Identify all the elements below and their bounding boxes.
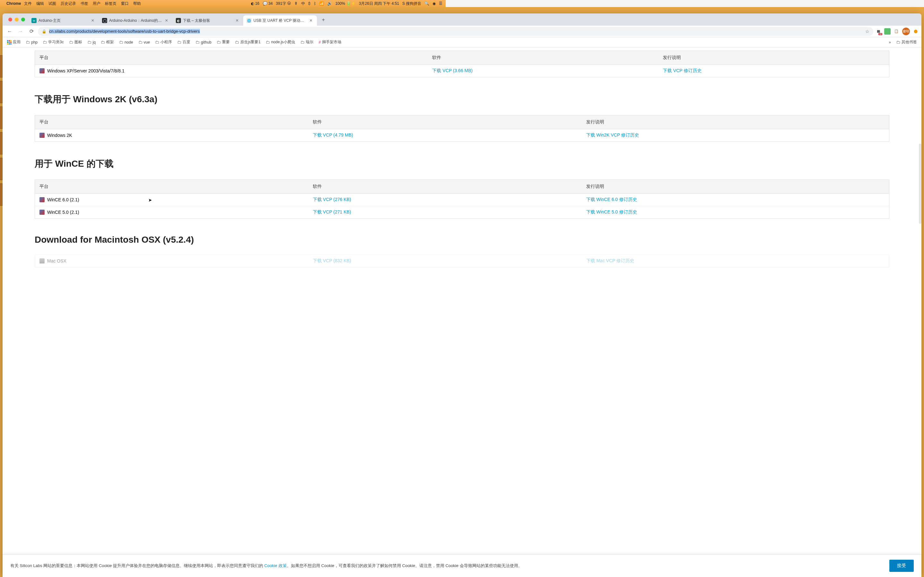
menu-view[interactable]: 试图: [48, 1, 56, 6]
bookmark-folder[interactable]: 🗀学习类3c: [41, 38, 66, 46]
close-tab-icon[interactable]: ✕: [165, 18, 170, 23]
notifications-icon[interactable]: ☰: [439, 1, 443, 6]
minimize-window-button[interactable]: [15, 18, 19, 21]
tab-taiji[interactable]: ◐ 下载 – 太极创客 ✕: [173, 15, 243, 26]
chrome-window: ∞ Arduino-主页 ✕ ◯ Arduino-Arduino：Arduino…: [3, 13, 446, 278]
apps-button[interactable]: 应用: [5, 38, 23, 46]
bookmarks-bar: 应用 🗀php 🗀学习类3c 🗀图标 🗀jq 🗀框架 🗀node 🗀vue 🗀小…: [3, 37, 446, 47]
forward-button[interactable]: →: [16, 27, 25, 36]
wechat-icon[interactable]: 💬 34: [263, 1, 273, 6]
download-table-1: 平台 软件 发行说明 Windows XP/Server 2003/Vista/…: [35, 51, 446, 77]
date-time[interactable]: 3月26日 周四 下午 4:51: [359, 1, 399, 6]
bookmark-folder[interactable]: 🗀小程序: [153, 38, 174, 46]
mic-icon[interactable]: 🎙: [294, 1, 298, 6]
bookmark-folder[interactable]: 🗀github: [194, 39, 213, 46]
col-software: 软件: [309, 115, 446, 129]
browser-toolbar: ← → ⟳ 🔒 cn.silabs.com/products/developme…: [3, 26, 446, 37]
menu-history[interactable]: 历史记录: [61, 1, 76, 6]
col-software: 软件: [428, 51, 446, 65]
lock-icon[interactable]: 🔒: [42, 29, 47, 34]
folder-icon: 🗀: [216, 40, 221, 45]
section-title-win2k: 下载用于 Windows 2K (v6.3a): [35, 93, 446, 105]
close-tab-icon[interactable]: ✕: [309, 18, 314, 23]
status-icon1[interactable]: ◐ 16: [251, 1, 259, 6]
bookmark-scaffold[interactable]: #脚手架市场: [317, 38, 343, 46]
folder-icon: 🗀: [138, 40, 142, 45]
back-button[interactable]: ←: [5, 27, 14, 36]
menu-bookmarks[interactable]: 书签: [81, 1, 88, 6]
github-favicon: ◯: [102, 18, 107, 23]
table-row: WinCE 6.0 (2.1) 下载 VCP (276 KB) 下载 WinCE…: [35, 193, 446, 206]
close-tab-icon[interactable]: ✕: [91, 18, 95, 23]
col-software: 软件: [309, 180, 446, 193]
bookmark-folder[interactable]: 🗀原生js重要1: [233, 38, 262, 46]
section-title-osx: Download for Macintosh OSX (v5.2.4): [35, 235, 446, 245]
arduino-favicon: ∞: [31, 18, 37, 23]
folder-icon: 🗀: [195, 40, 200, 45]
menu-edit[interactable]: 编辑: [36, 1, 44, 6]
download-link[interactable]: 下载 VCP (4.79 MB): [313, 132, 353, 137]
download-link[interactable]: 下载 VCP (832 KB): [313, 258, 351, 263]
folder-icon: 🗀: [155, 40, 159, 45]
app-name[interactable]: Chrome: [6, 1, 21, 6]
silabs-favicon: 🌐: [246, 18, 252, 23]
tab-arduino-esp[interactable]: ◯ Arduino-Arduino：Arduino的ESP ✕: [99, 15, 173, 26]
table-row: Windows XP/Server 2003/Vista/7/8/8.1 下载 …: [35, 65, 446, 77]
battery-status[interactable]: 100% 🔋⚡: [335, 1, 356, 6]
folder-icon: 🗀: [300, 40, 304, 45]
bookmark-folder[interactable]: 🗀node.js小爬虫: [264, 38, 297, 46]
bookmark-folder[interactable]: 🗀重要: [215, 38, 232, 46]
col-platform: 平台: [35, 115, 309, 129]
col-platform: 平台: [35, 180, 309, 193]
menu-file[interactable]: 文件: [24, 1, 32, 6]
bookmark-folder[interactable]: 🗀百度: [175, 38, 192, 46]
download-link[interactable]: 下载 VCP (276 KB): [313, 197, 351, 202]
menu-user[interactable]: 用户: [93, 1, 100, 6]
reload-button[interactable]: ⟳: [27, 27, 36, 36]
folder-icon: 🗀: [177, 40, 181, 45]
siri-icon[interactable]: ◉: [433, 1, 436, 6]
page-content[interactable]: 平台 软件 发行说明 Windows XP/Server 2003/Vista/…: [3, 47, 446, 278]
bookmark-folder[interactable]: 🗀瑞尔: [298, 38, 315, 46]
bookmark-folder[interactable]: 🗀jq: [86, 39, 97, 46]
download-link[interactable]: 下载 VCP (3.66 MB): [432, 68, 446, 73]
volume-icon[interactable]: 🔊: [327, 1, 332, 6]
address-bar[interactable]: 🔒 cn.silabs.com/products/development-too…: [38, 27, 446, 36]
menu-help[interactable]: 帮助: [133, 1, 141, 6]
folder-icon: 🗀: [119, 40, 123, 45]
download-link[interactable]: 下载 VCP (271 KB): [313, 210, 351, 214]
bitcoin-icon[interactable]: ₿: [309, 1, 310, 6]
url-text: cn.silabs.com/products/development-tools…: [49, 29, 446, 34]
bookmark-folder[interactable]: 🗀php: [24, 39, 39, 46]
folder-icon: 🗀: [69, 40, 73, 45]
bookmark-folder[interactable]: 🗀图标: [67, 38, 84, 46]
tab-strip: ∞ Arduino-主页 ✕ ◯ Arduino-Arduino：Arduino…: [3, 13, 446, 26]
wifi-icon[interactable]: 📶: [319, 1, 324, 6]
folder-icon: 🗀: [266, 40, 270, 45]
translate-icon[interactable]: 中: [301, 1, 305, 6]
scaffold-icon: #: [318, 40, 321, 45]
close-tab-icon[interactable]: ✕: [236, 18, 240, 23]
macos-menubar: Chrome 文件 编辑 试图 历史记录 书签 用户 标签页 窗口 帮助 ◐ 1…: [0, 0, 446, 7]
tab-silabs-active[interactable]: 🌐 USB 至 UART 桥 VCP 驱动器 - 芯 ✕: [243, 15, 317, 26]
bookmark-folder[interactable]: 🗀vue: [136, 39, 152, 46]
new-tab-button[interactable]: +: [319, 15, 328, 24]
typing-count[interactable]: 391字 ⦿: [276, 1, 291, 6]
mac-icon: [39, 258, 45, 263]
bookmark-folder[interactable]: 🗀框架: [99, 38, 116, 46]
windows-icon: [39, 210, 45, 215]
folder-icon: 🗀: [235, 40, 239, 45]
close-window-button[interactable]: [8, 18, 12, 21]
windows-icon: [39, 133, 45, 138]
maximize-window-button[interactable]: [21, 18, 25, 21]
menu-window[interactable]: 窗口: [121, 1, 129, 6]
download-table-3: 平台 软件 发行说明 WinCE 6.0 (2.1) 下载 VCP (276 K…: [35, 179, 446, 219]
windows-icon: [39, 68, 45, 73]
menu-tabs[interactable]: 标签页: [105, 1, 116, 6]
spotlight-icon[interactable]: 🔍: [425, 1, 429, 6]
ime-status[interactable]: S 搜狗拼音: [402, 1, 421, 6]
tab-arduino-home[interactable]: ∞ Arduino-主页 ✕: [28, 15, 99, 26]
table-row: Mac OSX 下载 VCP (832 KB) 下载 Mac VCP 修订历史: [35, 255, 446, 268]
bookmark-folder[interactable]: 🗀node: [117, 39, 135, 46]
bluetooth-icon[interactable]: ᛒ: [314, 1, 316, 6]
